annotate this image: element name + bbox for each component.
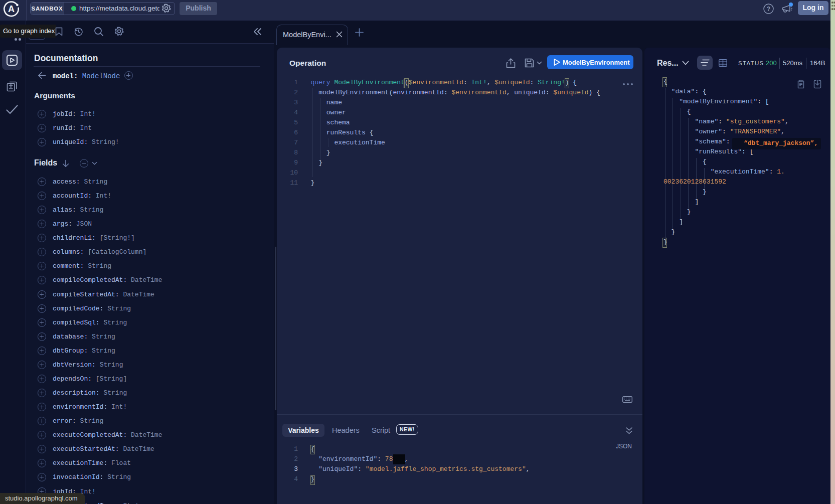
svg-text:A: A bbox=[8, 4, 15, 14]
svg-text:?: ? bbox=[767, 6, 770, 13]
